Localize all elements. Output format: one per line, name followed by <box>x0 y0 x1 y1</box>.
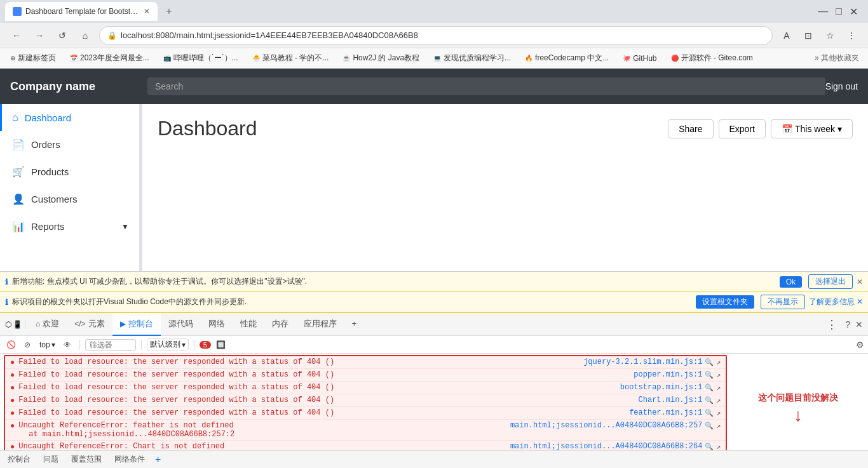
bottom-tab-network-conditions[interactable]: 网络条件 <box>112 454 147 465</box>
devtools-more-button[interactable]: ⋮ <box>821 318 843 331</box>
devtools-question-button[interactable]: ? <box>843 319 853 330</box>
message-icon: 🔲 <box>216 340 226 349</box>
search-action[interactable]: 🔍 <box>705 443 714 451</box>
bookmark-item-gitee[interactable]: 🔴 开源软件 - Gitee.com <box>666 51 758 65</box>
bottom-tab-console[interactable]: 控制台 <box>5 454 33 465</box>
devtools-tab-console[interactable]: ▶ 控制台 <box>112 313 161 336</box>
source-link[interactable]: popper.min.js:1 <box>634 370 702 379</box>
notice-bar-focus: ℹ 新增功能: 焦点模式 UI 可减少杂乱，以帮助你专注于调试。你可以选择退出"… <box>0 272 868 292</box>
bookmark-item-fcc[interactable]: 🔥 freeCodecamp 中文... <box>520 51 614 65</box>
notice-close-button[interactable]: ✕ <box>857 277 863 286</box>
bookmark-item-new-tab[interactable]: ⊕ 新建标签页 <box>5 51 61 65</box>
share-button[interactable]: Share <box>668 119 713 138</box>
search-action[interactable]: 🔍 <box>705 384 714 392</box>
source-link[interactable]: bootstrap.min.js:1 <box>620 383 703 392</box>
sidebar-item-orders[interactable]: 📄 Orders <box>0 131 139 158</box>
bookmarks-more-button[interactable]: » 其他收藏夹 <box>811 51 863 65</box>
open-action[interactable]: ↗ <box>716 396 721 404</box>
sidebar-item-reports[interactable]: 📊 Reports ▼ <box>0 213 139 240</box>
source-link[interactable]: main.html;jsessionid...A04840DC08A66B8:2… <box>510 442 702 450</box>
search-action[interactable]: 🔍 <box>705 396 714 404</box>
sidebar-item-dashboard[interactable]: ⌂ Dashboard <box>0 104 139 131</box>
home-button[interactable]: ⌂ <box>76 27 94 44</box>
open-action[interactable]: ↗ <box>716 422 721 430</box>
translate-button[interactable]: A <box>778 27 796 44</box>
filter-input[interactable] <box>85 339 136 351</box>
source-link[interactable]: jquery-3.2.1.slim.min.js:1 <box>583 358 702 366</box>
devtools-tab-add[interactable]: + <box>344 313 365 336</box>
tab-close-button[interactable]: ✕ <box>144 7 150 16</box>
reader-button[interactable]: ⊡ <box>799 27 817 44</box>
back-button[interactable]: ← <box>8 27 25 44</box>
devtools-device-button[interactable]: 📱 <box>13 320 22 329</box>
notice-setroot-button[interactable]: 设置根文件夹 <box>696 295 754 309</box>
devtools-tab-application[interactable]: 应用程序 <box>296 313 344 336</box>
search-action[interactable]: 🔍 <box>705 422 714 430</box>
devtools-notices: ℹ 新增功能: 焦点模式 UI 可减少杂乱，以帮助你专注于调试。你可以选择退出"… <box>0 272 868 313</box>
bookmark-button[interactable]: ☆ <box>821 27 839 44</box>
devtools-close-button[interactable]: ✕ <box>853 319 865 330</box>
error-message: Uncaught ReferenceError: Chart is not de… <box>18 442 506 450</box>
signout-button[interactable]: Sign out <box>825 81 858 91</box>
info-icon-2: ℹ <box>5 298 8 307</box>
devtools-tab-elements[interactable]: </> 元素 <box>67 313 112 336</box>
url-bar[interactable]: 🔒 localhost:8080/main.html;jsessionid=1A… <box>99 26 773 45</box>
notice-ok-button[interactable]: Ok <box>780 276 802 288</box>
notice-optout-button[interactable]: 选择退出 <box>808 274 853 289</box>
bottom-tab-coverage[interactable]: 覆盖范围 <box>69 454 104 465</box>
more-button[interactable]: ⋮ <box>843 27 860 44</box>
devtools-tab-welcome[interactable]: ⌂ 欢迎 <box>28 313 67 336</box>
search-action[interactable]: 🔍 <box>705 371 714 379</box>
close-button[interactable]: ✕ <box>850 6 858 18</box>
log-level-selector[interactable]: 默认级别 ▾ <box>147 338 189 351</box>
devtools-tab-memory[interactable]: 内存 <box>264 313 296 336</box>
app-wrapper: Company name Sign out ⌂ Dashboard 📄 Orde… <box>0 69 868 468</box>
reload-button[interactable]: ↺ <box>53 27 71 44</box>
console-settings-icon[interactable]: ⚙ <box>856 340 864 350</box>
open-action[interactable]: ↗ <box>716 443 721 451</box>
search-input[interactable] <box>147 77 825 95</box>
error-icon: ● <box>10 371 15 380</box>
source-link[interactable]: Chart.min.js:1 <box>639 396 703 404</box>
annotation-text: 这个问题目前没解决 <box>758 392 838 404</box>
clear-console-button[interactable]: 🚫 <box>4 338 18 352</box>
bookmark-item-2023[interactable]: 📅 2023年度全网最全... <box>65 51 154 65</box>
sidebar-item-products[interactable]: 🛒 Products <box>0 158 139 185</box>
learn-more-link[interactable]: 了解更多信息 ✕ <box>809 297 863 307</box>
reports-icon: 📊 <box>12 220 25 232</box>
open-action[interactable]: ↗ <box>716 384 721 392</box>
bottom-tab-problems[interactable]: 问题 <box>41 454 61 465</box>
add-panel-button[interactable]: + <box>155 454 161 465</box>
context-selector[interactable]: top ▾ <box>37 340 58 349</box>
maximize-button[interactable]: □ <box>836 6 842 18</box>
this-week-button[interactable]: 📅 This week ▾ <box>771 119 853 138</box>
devtools-tab-sources[interactable]: 源代码 <box>161 313 201 336</box>
open-action[interactable]: ↗ <box>716 371 721 379</box>
devtools-tab-network[interactable]: 网络 <box>201 313 233 336</box>
error-icon: ● <box>10 422 15 431</box>
export-button[interactable]: Export <box>719 119 766 138</box>
open-action[interactable]: ↗ <box>716 358 721 366</box>
bookmark-item-coding[interactable]: 💻 发现优质编程学习... <box>428 51 516 65</box>
devtools-inspect-button[interactable]: ⬡ <box>5 320 11 329</box>
sidebar-item-customers[interactable]: 👤 Customers <box>0 185 139 213</box>
source-link[interactable]: main.html;jsessionid...A04840DC08A66B8:2… <box>510 421 702 430</box>
devtools-tab-performance[interactable]: 性能 <box>233 313 264 336</box>
devtools-panel: ℹ 新增功能: 焦点模式 UI 可减少杂乱，以帮助你专注于调试。你可以选择退出"… <box>0 271 868 468</box>
search-action[interactable]: 🔍 <box>705 409 714 417</box>
filter-toggle-button[interactable]: ⊘ <box>20 338 34 352</box>
error-subtext[interactable]: at main.html;jsessionid...4840DC08A66B8:… <box>18 430 234 439</box>
notice-noshow-button[interactable]: 不再显示 <box>761 295 805 309</box>
search-action[interactable]: 🔍 <box>705 358 714 366</box>
bookmark-item-bilibili[interactable]: 📺 哔哩哔哩（`ー´）... <box>158 51 243 65</box>
new-tab-button[interactable]: + <box>160 3 178 20</box>
bookmark-item-github[interactable]: 🐙 GitHub <box>618 53 661 64</box>
minimize-button[interactable]: — <box>818 6 828 18</box>
open-action[interactable]: ↗ <box>716 409 721 417</box>
bookmark-item-how2j[interactable]: ☕ How2J 的 Java教程 <box>337 51 424 65</box>
bookmark-item-runoob[interactable]: 🐣 菜鸟教程 - 学的不... <box>247 51 334 65</box>
source-link[interactable]: feather.min.js:1 <box>629 408 702 417</box>
forward-button[interactable]: → <box>31 27 48 44</box>
browser-tab[interactable]: Dashboard Template for Bootstra... ✕ <box>5 2 158 21</box>
eye-button[interactable]: 👁 <box>60 338 74 352</box>
